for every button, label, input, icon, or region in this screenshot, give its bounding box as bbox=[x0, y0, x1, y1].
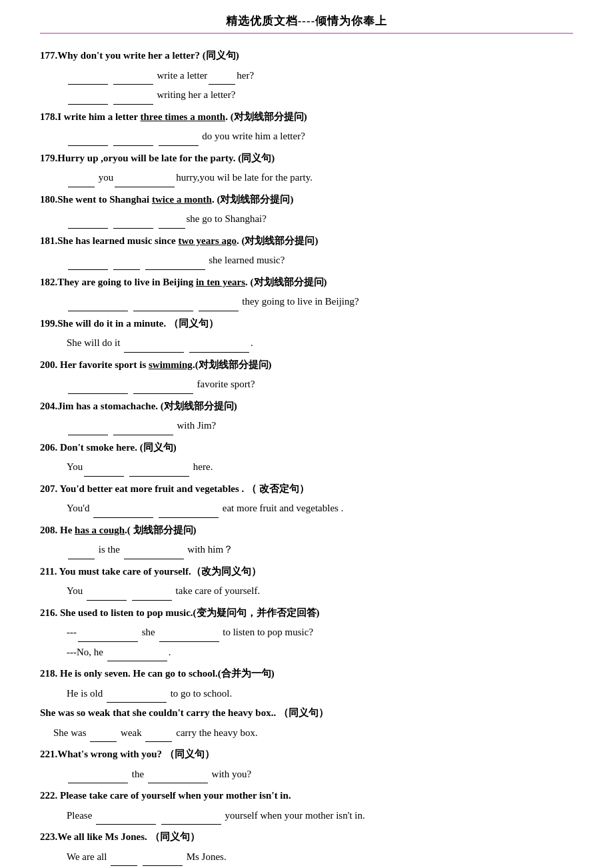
problem-221-answer1: the with you? bbox=[40, 765, 573, 784]
problem-181-answer1: she learned music? bbox=[40, 251, 573, 270]
problem-178: 178.I write him a letter three times a m… bbox=[40, 107, 573, 146]
problem-180-answer1: she go to Shanghai? bbox=[40, 209, 573, 229]
problem-223-answer1: We are all Ms Jones. bbox=[40, 847, 573, 867]
problem-179-answer1: youhurry,you wil be late for the party. bbox=[40, 168, 573, 187]
problem-221: 221.What's wrong with you? （同义句） the wit… bbox=[40, 745, 573, 783]
problem-177-question: 177.Why don't you write her a letter? (同… bbox=[40, 46, 573, 65]
problem-206-question: 206. Don't smoke here. (同义句) bbox=[40, 438, 573, 457]
problem-204-answer1: with Jim? bbox=[40, 416, 573, 435]
problem-218-part2: She was so weak that she couldn't carry … bbox=[40, 703, 573, 723]
problem-211-question: 211. You must take care of yourself.（改为同… bbox=[40, 562, 573, 581]
problem-181-question: 181.She has learned music since two year… bbox=[40, 231, 573, 251]
problem-222-answer1: Please yourself when your mother isn't i… bbox=[40, 806, 573, 825]
problem-181: 181.She has learned music since two year… bbox=[40, 231, 573, 270]
main-content: 177.Why don't you write her a letter? (同… bbox=[40, 46, 573, 868]
problem-182-question: 182.They are going to live in Beijing in… bbox=[40, 273, 573, 292]
problem-200-answer1: favorite sport? bbox=[40, 375, 573, 394]
problem-216-answer1: --- she to listen to pop music? bbox=[40, 623, 573, 642]
problem-178-question: 178.I write him a letter three times a m… bbox=[40, 107, 573, 127]
problem-207-answer1: You'd eat more fruit and vegetables . bbox=[40, 499, 573, 518]
problem-179-question: 179.Hurry up ,oryou will be late for the… bbox=[40, 149, 573, 168]
header-title: 精选优质文档----倾情为你奉上 bbox=[226, 15, 388, 27]
problem-218-question: 218. He is only seven. He can go to scho… bbox=[40, 664, 573, 683]
problem-222-question: 222. Please take care of yourself when y… bbox=[40, 786, 573, 805]
problem-182-answer1: they going to live in Beijing? bbox=[40, 292, 573, 311]
problem-204-question: 204.Jim has a stomachache. (对划线部分提问) bbox=[40, 397, 573, 416]
problem-208-question: 208. He has a cough.( 划线部分提问) bbox=[40, 521, 573, 540]
problem-221-question: 221.What's wrong with you? （同义句） bbox=[40, 745, 573, 764]
problem-211-answer1: You take care of yourself. bbox=[40, 581, 573, 601]
problem-208: 208. He has a cough.( 划线部分提问) is the wit… bbox=[40, 521, 573, 559]
problem-200: 200. Her favorite sport is swimming.(对划线… bbox=[40, 355, 573, 394]
problem-218-answer2: She was weak carry the heavy box. bbox=[40, 723, 573, 743]
problem-177: 177.Why don't you write her a letter? (同… bbox=[40, 46, 573, 105]
problem-199-answer1: She will do it . bbox=[40, 333, 573, 353]
problem-216: 216. She used to listen to pop music.(变为… bbox=[40, 603, 573, 662]
problem-204: 204.Jim has a stomachache. (对划线部分提问) wit… bbox=[40, 397, 573, 435]
problem-223-question: 223.We all like Ms Jones. （同义句） bbox=[40, 827, 573, 847]
problem-216-question: 216. She used to listen to pop music.(变为… bbox=[40, 603, 573, 623]
problem-207: 207. You'd better eat more fruit and veg… bbox=[40, 479, 573, 518]
problem-206: 206. Don't smoke here. (同义句) You here. bbox=[40, 438, 573, 477]
problem-208-answer1: is the with him？ bbox=[40, 540, 573, 559]
problem-180-question: 180.She went to Shanghai twice a month. … bbox=[40, 190, 573, 209]
page-header: 精选优质文档----倾情为你奉上 bbox=[40, 13, 573, 34]
problem-178-answer1: do you write him a letter? bbox=[40, 127, 573, 146]
problem-179: 179.Hurry up ,oryou will be late for the… bbox=[40, 149, 573, 187]
problem-177-answer2: writing her a letter? bbox=[40, 85, 573, 105]
problem-199-question: 199.She will do it in a minute. （同义句） bbox=[40, 314, 573, 333]
problem-223: 223.We all like Ms Jones. （同义句） We are a… bbox=[40, 827, 573, 866]
problem-207-question: 207. You'd better eat more fruit and veg… bbox=[40, 479, 573, 499]
problem-182: 182.They are going to live in Beijing in… bbox=[40, 273, 573, 311]
problem-180: 180.She went to Shanghai twice a month. … bbox=[40, 190, 573, 229]
problem-177-answer1: write a letterher? bbox=[40, 66, 573, 85]
problem-218-answer1: He is old to go to school. bbox=[40, 684, 573, 703]
problem-211: 211. You must take care of yourself.（改为同… bbox=[40, 562, 573, 601]
problem-216-answer2: ---No, he . bbox=[40, 643, 573, 662]
problem-199: 199.She will do it in a minute. （同义句） Sh… bbox=[40, 314, 573, 353]
problem-206-answer1: You here. bbox=[40, 457, 573, 477]
problem-218: 218. He is only seven. He can go to scho… bbox=[40, 664, 573, 742]
problem-200-question: 200. Her favorite sport is swimming.(对划线… bbox=[40, 355, 573, 375]
problem-222: 222. Please take care of yourself when y… bbox=[40, 786, 573, 825]
